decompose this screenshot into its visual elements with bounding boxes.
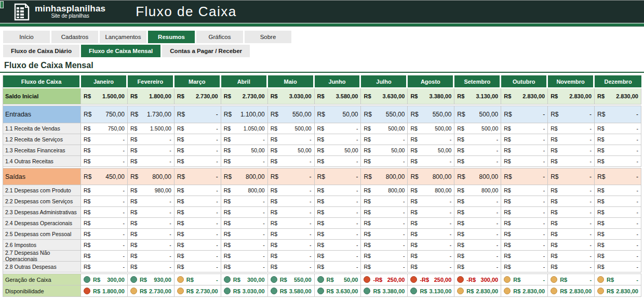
- currency-prefix: R$: [130, 220, 137, 226]
- currency-prefix: R$: [93, 288, 100, 294]
- value-cell: R$-: [268, 262, 315, 272]
- status-dot-amber-icon: [457, 288, 464, 294]
- table-row-2-4-despesas-operacionais: 2.4 Despesas OperacionaisR$-R$-R$-R$-R$-…: [3, 218, 641, 229]
- tab-lancamentos[interactable]: Lançamentos: [100, 31, 146, 43]
- indicator-cell: R$2.830,00: [501, 285, 548, 297]
- column-header-abril: Abril: [221, 75, 268, 88]
- currency-prefix: R$: [177, 187, 184, 193]
- indicator-cell: -R$300,00: [454, 274, 501, 285]
- currency-prefix: R$: [84, 158, 90, 164]
- currency-prefix: R$: [597, 136, 604, 142]
- value-cell: R$-: [408, 218, 454, 229]
- status-dot-amber-icon: [597, 276, 604, 283]
- tab-graficos[interactable]: Gráficos: [196, 31, 243, 43]
- value-cell: R$-: [315, 123, 361, 134]
- value-cell: R$-: [454, 218, 501, 229]
- currency-prefix: R$: [271, 253, 277, 259]
- row-label: 1.2 Receita de Serviços: [3, 134, 81, 145]
- tab-inicio[interactable]: Início: [3, 31, 50, 43]
- currency-prefix: R$: [410, 93, 418, 99]
- subtab-fluxo-de-caixa-mensal[interactable]: Fluxo de Caixa Mensal: [81, 45, 160, 57]
- cell-amount: 300,00: [481, 277, 499, 283]
- value-cell: R$-: [361, 240, 408, 251]
- indicator-cell: R$3.030,00: [221, 285, 268, 297]
- currency-prefix: R$: [177, 198, 184, 204]
- value-cell: R$-: [595, 196, 641, 207]
- tab-resumos[interactable]: Resumos: [148, 31, 195, 43]
- indicator-cell: R$-: [501, 274, 548, 285]
- indicator-cell: -R$250,00: [408, 274, 454, 285]
- currency-prefix: R$: [373, 288, 380, 294]
- cell-amount: -: [590, 158, 592, 164]
- subtab-fluxo-de-caixa-diario[interactable]: Fluxo de Caixa Diário: [3, 45, 79, 57]
- row-label: 1.3 Receitas Financeiras: [3, 145, 81, 156]
- cell-amount: 500,00: [435, 125, 451, 132]
- currency-prefix: R$: [364, 173, 371, 180]
- currency-prefix: R$: [364, 220, 370, 226]
- value-cell: R$-: [175, 134, 221, 145]
- cell-amount: 2.830,00: [616, 288, 638, 294]
- currency-prefix: R$: [504, 187, 511, 193]
- cell-amount: -: [216, 220, 218, 226]
- value-cell: R$-: [221, 229, 268, 240]
- currency-prefix: R$: [513, 277, 520, 283]
- currency-prefix: R$: [130, 264, 137, 270]
- cell-amount: -: [216, 111, 218, 118]
- cell-amount: 3.030,00: [243, 288, 265, 294]
- value-cell: R$-: [128, 145, 175, 156]
- status-dot-amber-icon: [504, 288, 511, 294]
- cell-amount: 800,00: [433, 173, 452, 180]
- currency-prefix: R$: [607, 277, 614, 283]
- value-cell: R$3.030,00: [268, 88, 315, 105]
- value-cell: R$500,00: [454, 123, 501, 134]
- currency-prefix: R$: [224, 93, 231, 99]
- value-cell: R$1.730,00: [128, 106, 175, 123]
- value-cell: R$-: [408, 262, 454, 272]
- cell-amount: 800,00: [481, 187, 498, 193]
- cell-amount: 250,00: [434, 277, 452, 283]
- currency-prefix: R$: [410, 264, 417, 270]
- currency-prefix: R$: [177, 253, 184, 259]
- value-cell: R$1.800,00: [128, 88, 175, 105]
- currency-prefix: R$: [364, 111, 371, 118]
- cell-amount: -: [310, 136, 312, 142]
- currency-prefix: R$: [410, 220, 417, 226]
- value-cell: R$-: [501, 106, 548, 123]
- currency-prefix: R$: [130, 125, 137, 132]
- currency-prefix: R$: [504, 136, 511, 142]
- cell-amount: -: [310, 253, 312, 259]
- value-cell: R$-: [595, 168, 641, 185]
- cell-amount: -: [216, 173, 218, 180]
- currency-prefix: R$: [410, 173, 418, 180]
- currency-prefix: R$: [327, 288, 334, 294]
- value-cell: R$-: [501, 123, 548, 134]
- currency-prefix: R$: [271, 173, 278, 180]
- currency-prefix: R$: [364, 209, 370, 215]
- value-cell: R$750,00: [81, 106, 128, 123]
- value-cell: R$-: [175, 196, 221, 207]
- currency-prefix: R$: [457, 220, 464, 226]
- tab-sobre[interactable]: Sobre: [245, 31, 291, 43]
- status-dot-green-icon: [271, 288, 277, 294]
- cell-amount: -: [216, 147, 218, 153]
- currency-prefix: R$: [504, 147, 511, 153]
- value-cell: R$-: [548, 196, 595, 207]
- column-header-setembro: Setembro: [454, 75, 501, 88]
- tab-cadastros[interactable]: Cadastros: [51, 31, 98, 43]
- cell-amount: 550,00: [433, 111, 452, 118]
- currency-prefix: R$: [457, 93, 464, 99]
- value-cell: R$-: [501, 168, 548, 185]
- cell-amount: -: [356, 198, 358, 204]
- subtab-contas-a-pagar-receber[interactable]: Contas a Pagar / Receber: [162, 45, 250, 57]
- cell-amount: 750,00: [108, 125, 125, 132]
- value-cell: R$-: [595, 207, 641, 218]
- currency-prefix: R$: [130, 93, 138, 99]
- currency-prefix: R$: [364, 187, 370, 193]
- row-label: 2.7 Despesas Não Operacionais: [3, 251, 81, 262]
- currency-prefix: R$: [504, 158, 511, 164]
- column-header-marco: Março: [175, 75, 221, 88]
- value-cell: R$-: [268, 185, 315, 196]
- row-label: Saídas: [3, 168, 81, 185]
- currency-prefix: R$: [364, 125, 370, 132]
- value-cell: R$-: [548, 262, 595, 272]
